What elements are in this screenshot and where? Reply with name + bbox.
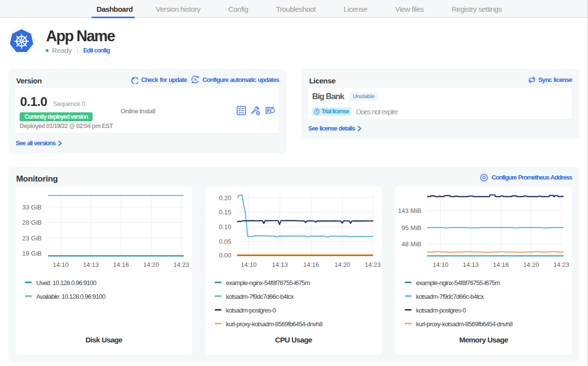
- svg-text:0.05: 0.05: [219, 238, 231, 245]
- svg-text:14:20: 14:20: [143, 261, 159, 268]
- svg-text:0.15: 0.15: [219, 209, 231, 216]
- svg-text:28 GiB: 28 GiB: [22, 219, 42, 226]
- svg-text:19 GiB: 19 GiB: [22, 250, 42, 257]
- svg-text:23 GiB: 23 GiB: [22, 235, 42, 242]
- svg-text:14:23: 14:23: [365, 261, 381, 268]
- svg-text:14:16: 14:16: [113, 261, 129, 268]
- svg-text:14:10: 14:10: [53, 261, 69, 268]
- svg-text:14:16: 14:16: [493, 261, 509, 268]
- svg-text:14:20: 14:20: [334, 261, 350, 268]
- svg-text:0.20: 0.20: [219, 194, 231, 202]
- svg-text:14:10: 14:10: [241, 261, 257, 268]
- svg-text:14:13: 14:13: [83, 261, 99, 268]
- svg-text:14:16: 14:16: [303, 261, 319, 268]
- svg-text:33 GiB: 33 GiB: [22, 204, 42, 211]
- svg-text:14:20: 14:20: [523, 261, 539, 268]
- svg-text:0.10: 0.10: [219, 223, 231, 231]
- svg-text:143 MiB: 143 MiB: [398, 207, 421, 214]
- svg-text:0.00: 0.00: [219, 252, 231, 259]
- svg-text:14:13: 14:13: [272, 261, 288, 268]
- svg-text:14:23: 14:23: [553, 261, 569, 268]
- svg-text:14:13: 14:13: [463, 261, 479, 268]
- svg-text:95 MiB: 95 MiB: [402, 224, 421, 232]
- svg-text:14:10: 14:10: [433, 261, 449, 268]
- svg-text:48 MiB: 48 MiB: [402, 240, 421, 248]
- svg-text:14:23: 14:23: [173, 261, 190, 268]
